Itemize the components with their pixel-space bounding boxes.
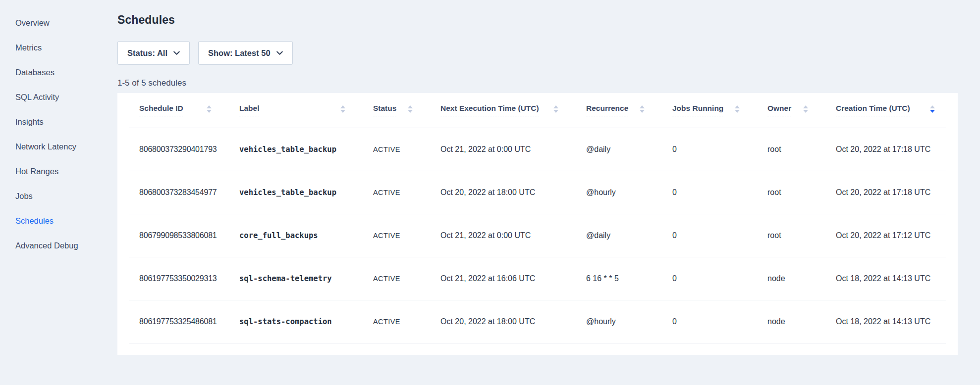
main-content: Schedules Status: All Show: Latest 50 1-… [117, 0, 980, 385]
column-label: Schedule ID [139, 104, 183, 116]
cell-next-execution: Oct 21, 2022 at 16:06 UTC [431, 257, 576, 300]
column-header-status[interactable]: Status [363, 93, 431, 128]
table-row: 806799098533806081core_full_backupsACTIV… [129, 214, 946, 257]
column-label: Status [373, 104, 396, 116]
cell-next-execution: Oct 21, 2022 at 0:00 UTC [431, 128, 576, 171]
column-label: Next Execution Time (UTC) [440, 104, 539, 116]
chevron-down-icon [276, 51, 283, 55]
column-label: Label [239, 104, 259, 116]
chevron-down-icon [173, 51, 180, 55]
status-filter-label: Status: All [127, 48, 167, 58]
sort-icon[interactable] [735, 105, 740, 113]
cell-status: ACTIVE [363, 171, 431, 214]
cell-id: 806800373290401793 [129, 128, 229, 171]
sort-icon[interactable] [553, 105, 558, 113]
status-filter-dropdown[interactable]: Status: All [117, 41, 190, 65]
sort-icon[interactable] [340, 105, 345, 113]
column-label: Jobs Running [672, 104, 723, 116]
cell-status: ACTIVE [363, 128, 431, 171]
filter-bar: Status: All Show: Latest 50 [117, 41, 293, 65]
show-filter-label: Show: Latest 50 [208, 48, 271, 58]
sidebar-item-overview[interactable]: Overview [0, 10, 117, 35]
table-row: 806197753350029313sql-schema-telemetryAC… [129, 257, 946, 300]
column-label: Creation Time (UTC) [836, 104, 910, 116]
column-header-recurrence[interactable]: Recurrence [576, 93, 662, 128]
cell-id: 806800373283454977 [129, 171, 229, 214]
sort-icon[interactable] [930, 105, 935, 113]
cell-id: 806799098533806081 [129, 214, 229, 257]
cell-creation-time: Oct 18, 2022 at 14:13 UTC [826, 300, 946, 343]
cell-creation-time: Oct 20, 2022 at 17:18 UTC [826, 171, 946, 214]
show-filter-dropdown[interactable]: Show: Latest 50 [198, 41, 293, 65]
cell-label: vehicles_table_backup [229, 171, 363, 214]
cell-owner: node [758, 257, 826, 300]
cell-status: ACTIVE [363, 257, 431, 300]
column-label: Owner [767, 104, 791, 116]
cell-label: sql-stats-compaction [229, 300, 363, 343]
cell-status: ACTIVE [363, 214, 431, 257]
results-count: 1-5 of 5 schedules [117, 78, 186, 88]
sidebar-item-advanced-debug[interactable]: Advanced Debug [0, 233, 117, 258]
cell-recurrence: @hourly [576, 171, 662, 214]
table-row: 806800373283454977vehicles_table_backupA… [129, 171, 946, 214]
schedules-table: Schedule IDLabelStatusNext Execution Tim… [129, 93, 946, 343]
column-header-next-execution-time-utc[interactable]: Next Execution Time (UTC) [431, 93, 576, 128]
sidebar-item-network-latency[interactable]: Network Latency [0, 134, 117, 159]
sidebar-item-metrics[interactable]: Metrics [0, 35, 117, 60]
column-header-creation-time-utc[interactable]: Creation Time (UTC) [826, 93, 946, 128]
cell-owner: root [758, 171, 826, 214]
cell-jobs-running: 0 [662, 171, 758, 214]
column-header-schedule-id[interactable]: Schedule ID [129, 93, 229, 128]
sort-icon[interactable] [207, 105, 212, 113]
cell-owner: root [758, 214, 826, 257]
column-header-owner[interactable]: Owner [758, 93, 826, 128]
sidebar-item-schedules[interactable]: Schedules [0, 208, 117, 233]
sort-icon[interactable] [803, 105, 808, 113]
cell-label: vehicles_table_backup [229, 128, 363, 171]
cell-next-execution: Oct 21, 2022 at 0:00 UTC [431, 214, 576, 257]
cell-recurrence: @daily [576, 128, 662, 171]
sidebar: Overview Metrics Databases SQL Activity … [0, 0, 117, 258]
table-row: 806800373290401793vehicles_table_backupA… [129, 128, 946, 171]
cell-creation-time: Oct 18, 2022 at 14:13 UTC [826, 257, 946, 300]
cell-recurrence: 6 16 * * 5 [576, 257, 662, 300]
cell-recurrence: @hourly [576, 300, 662, 343]
sort-icon[interactable] [408, 105, 413, 113]
table-header: Schedule IDLabelStatusNext Execution Tim… [129, 93, 946, 128]
cell-next-execution: Oct 20, 2022 at 18:00 UTC [431, 171, 576, 214]
cell-id: 806197753350029313 [129, 257, 229, 300]
sidebar-item-jobs[interactable]: Jobs [0, 184, 117, 208]
sidebar-item-databases[interactable]: Databases [0, 60, 117, 85]
cell-status: ACTIVE [363, 300, 431, 343]
sidebar-item-insights[interactable]: Insights [0, 109, 117, 134]
cell-owner: root [758, 128, 826, 171]
cell-label: sql-schema-telemetry [229, 257, 363, 300]
sidebar-item-sql-activity[interactable]: SQL Activity [0, 85, 117, 109]
sidebar-item-hot-ranges[interactable]: Hot Ranges [0, 159, 117, 184]
cell-jobs-running: 0 [662, 128, 758, 171]
cell-creation-time: Oct 20, 2022 at 17:18 UTC [826, 128, 946, 171]
cell-owner: node [758, 300, 826, 343]
cell-label: core_full_backups [229, 214, 363, 257]
column-header-label[interactable]: Label [229, 93, 363, 128]
cell-jobs-running: 0 [662, 214, 758, 257]
column-label: Recurrence [586, 104, 628, 116]
sort-icon[interactable] [640, 105, 645, 113]
cell-creation-time: Oct 20, 2022 at 17:12 UTC [826, 214, 946, 257]
cell-jobs-running: 0 [662, 300, 758, 343]
cell-next-execution: Oct 20, 2022 at 18:00 UTC [431, 300, 576, 343]
cell-jobs-running: 0 [662, 257, 758, 300]
cell-id: 806197753325486081 [129, 300, 229, 343]
page-title: Schedules [117, 13, 175, 27]
column-header-jobs-running[interactable]: Jobs Running [662, 93, 758, 128]
schedules-table-card: Schedule IDLabelStatusNext Execution Tim… [117, 93, 958, 355]
cell-recurrence: @daily [576, 214, 662, 257]
table-row: 806197753325486081sql-stats-compactionAC… [129, 300, 946, 343]
